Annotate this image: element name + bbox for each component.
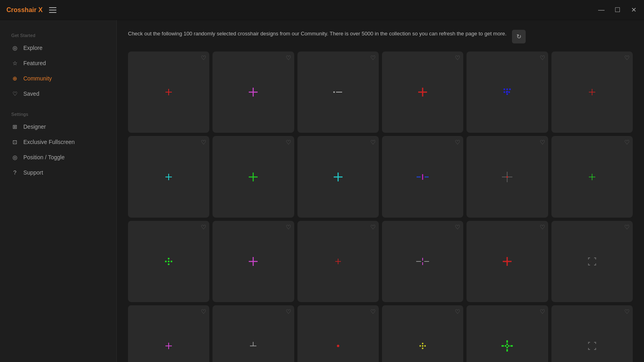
svg-rect-55 bbox=[595, 263, 596, 265]
heart-button-9[interactable]: ♡ bbox=[370, 139, 376, 145]
sidebar-item-position-toggle[interactable]: ◎ Position / Toggle bbox=[6, 150, 110, 164]
heart-button-8[interactable]: ♡ bbox=[286, 139, 291, 145]
crosshair-render-17 bbox=[466, 221, 548, 302]
crosshair-card-19[interactable]: ♡ bbox=[128, 305, 209, 362]
heart-button-5[interactable]: ♡ bbox=[540, 55, 545, 61]
crosshair-render-1 bbox=[128, 51, 209, 133]
sidebar-item-featured-label: Featured bbox=[23, 60, 46, 66]
heart-button-24[interactable]: ♡ bbox=[624, 309, 630, 315]
crosshair-card-3[interactable]: ♡ bbox=[297, 51, 379, 133]
get-started-label: Get Started bbox=[6, 30, 110, 39]
crosshair-render-18 bbox=[551, 221, 633, 302]
svg-point-65 bbox=[422, 348, 423, 349]
content-area: Check out the following 100 randomly sel… bbox=[117, 20, 644, 362]
svg-rect-73 bbox=[510, 345, 513, 347]
crosshair-card-15[interactable]: ♡ bbox=[297, 221, 379, 302]
crosshair-render-23 bbox=[466, 305, 548, 362]
main-layout: Get Started ◎ Explore ☆ Featured ⊕ Commu… bbox=[0, 20, 644, 362]
heart-button-22[interactable]: ♡ bbox=[455, 309, 460, 315]
crosshair-render-3 bbox=[297, 51, 379, 133]
svg-point-64 bbox=[424, 345, 426, 347]
crosshair-card-21[interactable]: ♡ bbox=[297, 305, 379, 362]
sidebar-item-designer[interactable]: ⊞ Designer bbox=[6, 120, 110, 134]
heart-button-3[interactable]: ♡ bbox=[370, 55, 376, 61]
svg-rect-75 bbox=[588, 342, 589, 344]
titlebar-left: Crosshair X bbox=[6, 6, 56, 14]
crosshair-card-4[interactable]: ♡ bbox=[382, 51, 463, 133]
minimize-button[interactable]: — bbox=[597, 6, 605, 14]
sidebar-item-support[interactable]: ? Support bbox=[6, 166, 110, 179]
crosshair-card-17[interactable]: ♡ bbox=[466, 221, 548, 302]
crosshair-card-16[interactable]: ♡ bbox=[382, 221, 463, 302]
svg-rect-13 bbox=[508, 91, 510, 93]
heart-button-20[interactable]: ♡ bbox=[286, 309, 291, 315]
saved-icon: ♡ bbox=[11, 90, 19, 97]
titlebar: Crosshair X — ☐ ✕ bbox=[0, 0, 644, 20]
sidebar-item-explore[interactable]: ◎ Explore bbox=[6, 41, 110, 55]
crosshair-card-5[interactable]: ♡ bbox=[466, 51, 548, 133]
crosshair-grid: ♡♡♡♡♡♡♡♡♡♡♡♡♡♡♡♡♡♡♡♡♡♡♡♡ bbox=[128, 51, 633, 362]
crosshair-render-8 bbox=[213, 136, 294, 217]
crosshair-render-16 bbox=[382, 221, 463, 302]
crosshair-card-2[interactable]: ♡ bbox=[213, 51, 294, 133]
heart-button-23[interactable]: ♡ bbox=[540, 309, 545, 315]
sidebar-item-exclusive-fullscreen-label: Exclusive Fullscreen bbox=[23, 139, 75, 145]
sidebar-item-community[interactable]: ⊕ Community bbox=[6, 72, 110, 85]
heart-button-13[interactable]: ♡ bbox=[201, 224, 206, 230]
heart-button-11[interactable]: ♡ bbox=[540, 139, 545, 145]
heart-button-10[interactable]: ♡ bbox=[455, 139, 460, 145]
svg-point-47 bbox=[506, 260, 508, 262]
close-button[interactable]: ✕ bbox=[630, 6, 638, 14]
sidebar-item-featured[interactable]: ☆ Featured bbox=[6, 56, 110, 70]
heart-button-1[interactable]: ♡ bbox=[201, 55, 206, 61]
heart-button-14[interactable]: ♡ bbox=[286, 224, 291, 230]
heart-button-6[interactable]: ♡ bbox=[624, 55, 630, 61]
crosshair-card-8[interactable]: ♡ bbox=[213, 136, 294, 217]
crosshair-card-23[interactable]: ♡ bbox=[466, 305, 548, 362]
svg-point-61 bbox=[422, 343, 423, 344]
svg-rect-34 bbox=[168, 261, 169, 262]
svg-rect-14 bbox=[504, 88, 505, 90]
heart-button-21[interactable]: ♡ bbox=[370, 309, 376, 315]
crosshair-card-7[interactable]: ♡ bbox=[128, 136, 209, 217]
svg-rect-33 bbox=[165, 261, 167, 262]
app-title-accent: X bbox=[38, 6, 43, 13]
crosshair-card-12[interactable]: ♡ bbox=[551, 136, 633, 217]
crosshair-card-9[interactable]: ♡ bbox=[297, 136, 379, 217]
crosshair-card-18[interactable]: ♡ bbox=[551, 221, 633, 302]
crosshair-card-24[interactable]: ♡ bbox=[551, 305, 633, 362]
heart-button-16[interactable]: ♡ bbox=[455, 224, 460, 230]
app-title: Crosshair X bbox=[6, 6, 43, 14]
crosshair-render-10 bbox=[382, 136, 463, 217]
heart-button-17[interactable]: ♡ bbox=[540, 224, 545, 230]
crosshair-card-1[interactable]: ♡ bbox=[128, 51, 209, 133]
sidebar-item-saved[interactable]: ♡ Saved bbox=[6, 87, 110, 101]
hamburger-menu[interactable] bbox=[49, 7, 56, 13]
heart-button-2[interactable]: ♡ bbox=[286, 55, 291, 61]
heart-button-7[interactable]: ♡ bbox=[201, 139, 206, 145]
heart-button-19[interactable]: ♡ bbox=[201, 309, 206, 315]
crosshair-card-14[interactable]: ♡ bbox=[213, 221, 294, 302]
heart-button-12[interactable]: ♡ bbox=[624, 139, 630, 145]
heart-button-15[interactable]: ♡ bbox=[370, 224, 376, 230]
crosshair-card-6[interactable]: ♡ bbox=[551, 51, 633, 133]
svg-point-62 bbox=[419, 345, 421, 347]
svg-rect-35 bbox=[171, 261, 172, 262]
sidebar-item-exclusive-fullscreen[interactable]: ⊡ Exclusive Fullscreen bbox=[6, 135, 110, 149]
svg-rect-71 bbox=[505, 345, 506, 347]
heart-button-18[interactable]: ♡ bbox=[624, 224, 630, 230]
crosshair-card-10[interactable]: ♡ bbox=[382, 136, 463, 217]
crosshair-card-13[interactable]: ♡ bbox=[128, 221, 209, 302]
crosshair-card-22[interactable]: ♡ bbox=[382, 305, 463, 362]
crosshair-card-20[interactable]: ♡ bbox=[213, 305, 294, 362]
maximize-button[interactable]: ☐ bbox=[613, 6, 621, 14]
svg-rect-77 bbox=[595, 342, 596, 344]
crosshair-card-11[interactable]: ♡ bbox=[466, 136, 548, 217]
content-description: Check out the following 100 randomly sel… bbox=[128, 30, 633, 43]
svg-rect-79 bbox=[588, 348, 589, 350]
crosshair-render-12 bbox=[551, 136, 633, 217]
refresh-button[interactable]: ↻ bbox=[512, 30, 526, 43]
crosshair-render-6 bbox=[551, 51, 633, 133]
heart-button-4[interactable]: ♡ bbox=[455, 55, 460, 61]
featured-icon: ☆ bbox=[11, 60, 19, 67]
